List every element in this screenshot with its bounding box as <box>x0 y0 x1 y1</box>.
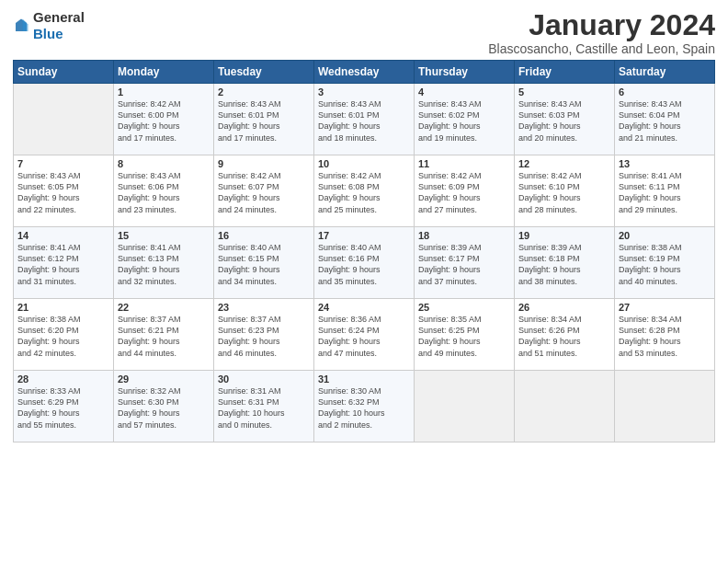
day-info: Sunrise: 8:39 AMSunset: 6:18 PMDaylight:… <box>518 242 610 287</box>
calendar-title: January 2024 <box>488 9 715 41</box>
calendar-cell <box>14 84 114 155</box>
calendar-cell: 1Sunrise: 8:42 AMSunset: 6:00 PMDaylight… <box>114 84 214 155</box>
calendar-cell <box>515 371 615 442</box>
calendar-cell: 30Sunrise: 8:31 AMSunset: 6:31 PMDayligh… <box>214 371 314 442</box>
calendar-cell: 10Sunrise: 8:42 AMSunset: 6:08 PMDayligh… <box>314 155 415 227</box>
day-info: Sunrise: 8:33 AMSunset: 6:29 PMDaylight:… <box>17 385 109 431</box>
day-info: Sunrise: 8:40 AMSunset: 6:16 PMDaylight:… <box>318 242 410 287</box>
calendar-cell: 2Sunrise: 8:43 AMSunset: 6:01 PMDaylight… <box>214 84 314 155</box>
calendar-cell: 9Sunrise: 8:42 AMSunset: 6:07 PMDaylight… <box>214 155 314 227</box>
day-number: 20 <box>619 230 711 241</box>
day-number: 8 <box>118 158 210 169</box>
day-number: 9 <box>218 158 310 169</box>
day-info: Sunrise: 8:43 AMSunset: 6:01 PMDaylight:… <box>218 98 310 144</box>
calendar-cell: 15Sunrise: 8:41 AMSunset: 6:13 PMDayligh… <box>114 227 214 299</box>
day-number: 7 <box>17 158 109 169</box>
day-number: 10 <box>318 158 410 169</box>
day-number: 2 <box>218 86 310 98</box>
day-info: Sunrise: 8:42 AMSunset: 6:00 PMDaylight:… <box>118 98 210 144</box>
calendar-cell: 13Sunrise: 8:41 AMSunset: 6:11 PMDayligh… <box>615 155 715 227</box>
day-info: Sunrise: 8:43 AMSunset: 6:06 PMDaylight:… <box>118 170 210 215</box>
day-number: 24 <box>318 302 410 313</box>
day-info: Sunrise: 8:37 AMSunset: 6:23 PMDaylight:… <box>218 314 310 359</box>
calendar-cell: 22Sunrise: 8:37 AMSunset: 6:21 PMDayligh… <box>114 299 214 371</box>
day-number: 13 <box>619 158 711 169</box>
weekday-header-sunday: Sunday <box>14 61 114 84</box>
day-info: Sunrise: 8:31 AMSunset: 6:31 PMDaylight:… <box>218 385 310 431</box>
calendar-cell: 29Sunrise: 8:32 AMSunset: 6:30 PMDayligh… <box>114 371 214 442</box>
weekday-header-saturday: Saturday <box>615 61 715 84</box>
calendar-cell: 23Sunrise: 8:37 AMSunset: 6:23 PMDayligh… <box>214 299 314 371</box>
day-number: 15 <box>118 230 210 241</box>
calendar-cell: 8Sunrise: 8:43 AMSunset: 6:06 PMDaylight… <box>114 155 214 227</box>
logo-general: General <box>33 9 85 25</box>
calendar-cell: 25Sunrise: 8:35 AMSunset: 6:25 PMDayligh… <box>415 299 515 371</box>
calendar-cell: 7Sunrise: 8:43 AMSunset: 6:05 PMDaylight… <box>14 155 114 227</box>
day-number: 19 <box>518 230 610 241</box>
calendar-cell: 3Sunrise: 8:43 AMSunset: 6:01 PMDaylight… <box>314 84 415 155</box>
title-block: January 2024 Blascosancho, Castille and … <box>488 9 715 56</box>
logo-blue: Blue <box>33 26 63 41</box>
day-info: Sunrise: 8:43 AMSunset: 6:01 PMDaylight:… <box>318 98 410 144</box>
day-info: Sunrise: 8:38 AMSunset: 6:20 PMDaylight:… <box>17 314 109 359</box>
day-info: Sunrise: 8:34 AMSunset: 6:28 PMDaylight:… <box>619 314 711 359</box>
weekday-header-row: SundayMondayTuesdayWednesdayThursdayFrid… <box>14 61 715 84</box>
weekday-header-wednesday: Wednesday <box>314 61 415 84</box>
day-info: Sunrise: 8:43 AMSunset: 6:03 PMDaylight:… <box>518 98 610 144</box>
calendar-container: General Blue January 2024 Blascosancho, … <box>0 0 728 448</box>
calendar-cell: 20Sunrise: 8:38 AMSunset: 6:19 PMDayligh… <box>615 227 715 299</box>
day-info: Sunrise: 8:34 AMSunset: 6:26 PMDaylight:… <box>518 314 610 359</box>
header-row: General Blue January 2024 Blascosancho, … <box>13 9 715 56</box>
logo: General Blue <box>13 9 85 42</box>
calendar-cell: 31Sunrise: 8:30 AMSunset: 6:32 PMDayligh… <box>314 371 415 442</box>
day-info: Sunrise: 8:39 AMSunset: 6:17 PMDaylight:… <box>418 242 510 287</box>
calendar-cell: 17Sunrise: 8:40 AMSunset: 6:16 PMDayligh… <box>314 227 415 299</box>
calendar-cell: 26Sunrise: 8:34 AMSunset: 6:26 PMDayligh… <box>515 299 615 371</box>
calendar-cell: 28Sunrise: 8:33 AMSunset: 6:29 PMDayligh… <box>14 371 114 442</box>
calendar-cell: 14Sunrise: 8:41 AMSunset: 6:12 PMDayligh… <box>14 227 114 299</box>
day-number: 21 <box>17 302 109 313</box>
calendar-table: SundayMondayTuesdayWednesdayThursdayFrid… <box>13 60 715 442</box>
day-number: 18 <box>418 230 510 241</box>
day-number: 23 <box>218 302 310 313</box>
day-info: Sunrise: 8:43 AMSunset: 6:02 PMDaylight:… <box>418 98 510 144</box>
day-number: 27 <box>619 302 711 313</box>
day-number: 16 <box>218 230 310 241</box>
day-number: 25 <box>418 302 510 313</box>
day-number: 1 <box>118 86 210 98</box>
day-number: 5 <box>518 86 610 98</box>
day-number: 30 <box>218 373 310 385</box>
calendar-cell <box>415 371 515 442</box>
week-row-1: 1Sunrise: 8:42 AMSunset: 6:00 PMDaylight… <box>14 84 715 155</box>
calendar-cell: 16Sunrise: 8:40 AMSunset: 6:15 PMDayligh… <box>214 227 314 299</box>
week-row-3: 14Sunrise: 8:41 AMSunset: 6:12 PMDayligh… <box>14 227 715 299</box>
calendar-cell: 5Sunrise: 8:43 AMSunset: 6:03 PMDaylight… <box>515 84 615 155</box>
day-number: 22 <box>118 302 210 313</box>
day-number: 26 <box>518 302 610 313</box>
calendar-cell: 24Sunrise: 8:36 AMSunset: 6:24 PMDayligh… <box>314 299 415 371</box>
day-number: 4 <box>418 86 510 98</box>
day-info: Sunrise: 8:42 AMSunset: 6:10 PMDaylight:… <box>518 170 610 215</box>
day-info: Sunrise: 8:41 AMSunset: 6:12 PMDaylight:… <box>17 242 109 287</box>
day-info: Sunrise: 8:37 AMSunset: 6:21 PMDaylight:… <box>118 314 210 359</box>
day-info: Sunrise: 8:42 AMSunset: 6:07 PMDaylight:… <box>218 170 310 215</box>
day-number: 31 <box>318 373 410 385</box>
calendar-subtitle: Blascosancho, Castille and Leon, Spain <box>488 41 715 56</box>
day-number: 12 <box>518 158 610 169</box>
calendar-cell <box>615 371 715 442</box>
day-info: Sunrise: 8:42 AMSunset: 6:09 PMDaylight:… <box>418 170 510 215</box>
calendar-cell: 6Sunrise: 8:43 AMSunset: 6:04 PMDaylight… <box>615 84 715 155</box>
day-number: 11 <box>418 158 510 169</box>
day-info: Sunrise: 8:40 AMSunset: 6:15 PMDaylight:… <box>218 242 310 287</box>
week-row-2: 7Sunrise: 8:43 AMSunset: 6:05 PMDaylight… <box>14 155 715 227</box>
day-info: Sunrise: 8:42 AMSunset: 6:08 PMDaylight:… <box>318 170 410 215</box>
day-number: 14 <box>17 230 109 241</box>
day-info: Sunrise: 8:38 AMSunset: 6:19 PMDaylight:… <box>619 242 711 287</box>
day-info: Sunrise: 8:36 AMSunset: 6:24 PMDaylight:… <box>318 314 410 359</box>
calendar-cell: 27Sunrise: 8:34 AMSunset: 6:28 PMDayligh… <box>615 299 715 371</box>
logo-icon <box>13 17 29 34</box>
day-info: Sunrise: 8:41 AMSunset: 6:13 PMDaylight:… <box>118 242 210 287</box>
logo-text: General Blue <box>33 9 85 42</box>
day-number: 28 <box>17 373 109 385</box>
calendar-cell: 18Sunrise: 8:39 AMSunset: 6:17 PMDayligh… <box>415 227 515 299</box>
